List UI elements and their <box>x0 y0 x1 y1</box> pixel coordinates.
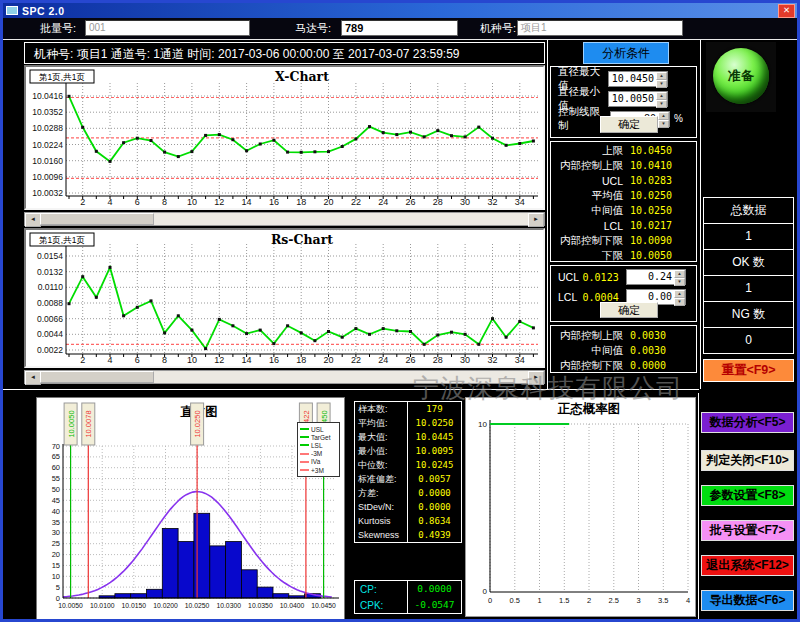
cpk-label: CPK: <box>355 600 407 611</box>
svg-text:10.0450: 10.0450 <box>311 602 336 609</box>
limit-label: 内部控制上限 <box>557 329 630 343</box>
lcl-label: LCL <box>558 291 583 303</box>
cp-value: 0.0000 <box>407 581 461 597</box>
svg-text:70: 70 <box>52 442 60 451</box>
confirm-button[interactable]: 确定 <box>600 302 658 318</box>
svg-text:10.0352: 10.0352 <box>32 107 63 117</box>
separator <box>698 393 699 619</box>
stat-row: 样本数:179 <box>355 402 461 416</box>
machine-label: 机种号: <box>480 21 516 36</box>
limit-value: 0.0030 <box>630 330 690 341</box>
x-chart-scrollbar[interactable]: ◄ ► <box>24 212 545 226</box>
limit-label: 中间值 <box>557 204 630 218</box>
judge-close-button[interactable]: 判定关闭<F10> <box>701 450 794 471</box>
svg-text:40: 40 <box>52 507 60 516</box>
legend-dash-icon <box>300 469 309 471</box>
channel-info-header: 机种号: 项目1 通道号: 1通道 时间: 2017-03-06 00:00:0… <box>24 42 545 64</box>
legend-entry: +3M <box>299 466 338 474</box>
param-settings-button[interactable]: 参数设置<F8> <box>701 485 794 506</box>
stat-value: 10.0250 <box>407 416 461 430</box>
svg-text:4: 4 <box>686 596 690 605</box>
stat-label: Skewness <box>355 530 407 540</box>
svg-text:50: 50 <box>52 485 60 494</box>
svg-text:2.5: 2.5 <box>609 596 619 605</box>
spinner-arrows-icon[interactable]: ▲▼ <box>674 290 685 304</box>
data-analysis-button[interactable]: 数据分析<F5> <box>701 412 794 433</box>
counter-value-cell: 1 <box>703 223 794 250</box>
svg-text:正态概率图: 正态概率图 <box>557 402 621 416</box>
limit-row: 平均值10.0250 <box>551 188 696 203</box>
separator <box>547 40 548 389</box>
scroll-left-button[interactable]: ◄ <box>25 371 41 385</box>
stat-row: StDev/N:0.0000 <box>355 500 461 514</box>
scroll-right-button[interactable]: ► <box>528 213 544 227</box>
export-data-button[interactable]: 导出数据<F6> <box>701 590 794 611</box>
svg-text:25: 25 <box>52 539 60 548</box>
legend-dash-icon <box>300 444 309 446</box>
stat-row: 标准偏差:0.0057 <box>355 472 461 486</box>
svg-text:10.0160: 10.0160 <box>32 156 63 166</box>
svg-text:55: 55 <box>52 474 60 483</box>
spinner-arrows-icon[interactable]: ▲▼ <box>656 92 667 106</box>
spinner-arrows-icon[interactable]: ▲▼ <box>674 270 685 284</box>
stat-label: StDev/N: <box>355 502 407 512</box>
ucl-spinner[interactable]: 0.24▲▼ <box>626 269 686 285</box>
batch-input[interactable]: 001 <box>85 20 250 36</box>
legend-dash-icon <box>300 428 309 430</box>
confirm-button[interactable]: 确定 <box>600 116 658 133</box>
stat-value: 10.0245 <box>407 458 461 472</box>
stat-value: 0.0057 <box>407 472 461 486</box>
svg-text:10.0250: 10.0250 <box>185 602 210 609</box>
svg-text:10.0078: 10.0078 <box>84 410 93 437</box>
scroll-thumb[interactable] <box>40 371 154 383</box>
svg-text:0.0088: 0.0088 <box>37 298 63 308</box>
svg-text:10.0288: 10.0288 <box>32 123 63 133</box>
legend-dash-icon <box>300 453 309 455</box>
svg-text:2: 2 <box>587 596 591 605</box>
reset-button[interactable]: 重置<F9> <box>703 359 794 382</box>
diameter-max-spinner[interactable]: 10.0450▲▼ <box>608 71 668 87</box>
svg-text:10: 10 <box>52 572 60 581</box>
limit-row: 下限10.0050 <box>551 248 696 263</box>
machine-input[interactable]: 项目1 <box>517 20 683 36</box>
stat-label: 最大值: <box>355 431 407 444</box>
svg-text:60: 60 <box>52 463 60 472</box>
scroll-right-button[interactable]: ► <box>528 371 544 385</box>
ready-indicator[interactable]: 准备 <box>706 42 776 112</box>
stat-value: 0.0000 <box>407 486 461 500</box>
legend-entry: USL <box>299 425 338 433</box>
stat-row: 最大值:10.0445 <box>355 430 461 444</box>
counter-header-cell: OK 数 <box>703 249 794 276</box>
svg-text:1.5: 1.5 <box>559 596 569 605</box>
batch-settings-button[interactable]: 批号设置<F7> <box>701 520 794 541</box>
svg-text:10.0100: 10.0100 <box>90 602 115 609</box>
legend-label: TarGet <box>311 434 331 441</box>
legend-label: USL <box>311 426 324 433</box>
capability-panel: CP: 0.0000 CPK: -0.0547 <box>354 580 462 614</box>
analyze-conditions-button[interactable]: 分析条件 <box>583 42 669 64</box>
scroll-thumb[interactable] <box>40 213 154 225</box>
limit-row: LCL10.0217 <box>551 218 696 233</box>
limit-label: 下限 <box>557 249 630 263</box>
ucl-label: UCL <box>558 271 583 283</box>
exit-system-button[interactable]: 退出系统<F12> <box>701 555 794 576</box>
motor-label: 马达号: <box>295 21 331 36</box>
stat-value: 10.0445 <box>407 430 461 444</box>
svg-text:10.0200: 10.0200 <box>153 602 178 609</box>
stat-label: 平均值: <box>355 417 407 430</box>
limit-row: 内部控制下限10.0090 <box>551 233 696 248</box>
svg-text:X-Chart: X-Chart <box>275 69 329 84</box>
spinner-arrows-icon[interactable]: ▲▼ <box>658 112 669 126</box>
title-bar[interactable]: SPC 2.0 ✕ <box>3 3 797 18</box>
diameter-min-spinner[interactable]: 10.0050▲▼ <box>608 91 668 107</box>
svg-text:45: 45 <box>52 496 60 505</box>
fields-row: 批量号: 001 马达号: 789 机种号: 项目1 <box>3 18 797 40</box>
stat-label: 样本数: <box>355 403 407 416</box>
rs-chart-scrollbar[interactable]: ◄ ► <box>24 370 545 384</box>
motor-input[interactable]: 789 <box>341 20 458 36</box>
limit-label: 内部控制下限 <box>557 234 630 248</box>
close-button[interactable]: ✕ <box>778 4 795 18</box>
stat-label: 最小值: <box>355 445 407 458</box>
scroll-left-button[interactable]: ◄ <box>25 213 41 227</box>
spinner-arrows-icon[interactable]: ▲▼ <box>656 72 667 86</box>
